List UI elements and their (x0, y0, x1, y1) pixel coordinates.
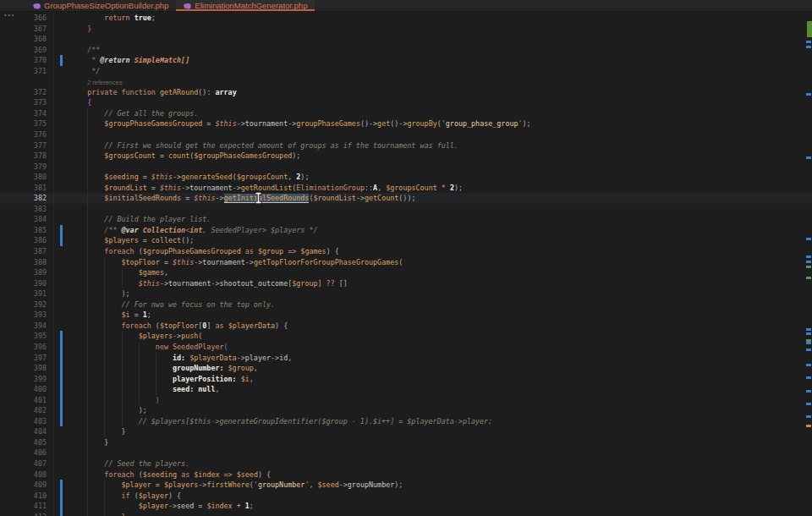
stripe-mark[interactable] (806, 266, 811, 268)
code-line[interactable]: 392 // For nwo we focus on the top only. (0, 299, 812, 310)
vcs-change-bar[interactable] (60, 416, 63, 427)
code-line[interactable]: 374 // Get all the groups. (0, 108, 812, 119)
code-line[interactable]: 384 // Build the player list. (0, 214, 812, 225)
code-line[interactable]: 381 $roundList = $this->tournament->getR… (0, 183, 812, 194)
vcs-change-bar[interactable] (60, 353, 63, 364)
code-line[interactable]: 405 } (0, 437, 812, 448)
code-line[interactable]: 367 } (0, 24, 812, 35)
code-line[interactable]: 375 $groupPhaseGamesGrouped = $this->tou… (0, 118, 812, 129)
code-line[interactable]: 371 */ (0, 66, 812, 77)
stripe-mark[interactable] (806, 238, 811, 240)
stripe-mark[interactable] (806, 328, 811, 331)
stripe-mark[interactable] (806, 364, 811, 366)
code-line[interactable]: 394 foreach ($topFloor[0] as $playerData… (0, 321, 812, 332)
code-token (70, 321, 122, 330)
code-line[interactable]: 369 /** (0, 45, 812, 56)
vcs-change-bar[interactable] (60, 235, 63, 246)
stripe-mark[interactable] (806, 415, 811, 418)
vcs-change-bar[interactable] (60, 405, 63, 416)
code-line[interactable]: 393 $i = 1; (0, 310, 812, 321)
code-token: ; (147, 310, 151, 319)
code-line[interactable]: 383 (0, 204, 812, 215)
code-line[interactable]: 391 ); (0, 288, 812, 299)
line-number: 402 (0, 405, 47, 416)
vcs-change-bar[interactable] (60, 501, 63, 512)
vcs-change-bar[interactable] (60, 331, 63, 342)
stripe-mark[interactable] (806, 46, 811, 48)
code-rows: 366 return true;367 }368369 /**370 * @re… (0, 13, 812, 516)
scroll-stripe[interactable] (804, 0, 812, 516)
code-line[interactable]: 404 } (0, 426, 812, 437)
tab-group-phase-size-option-builder[interactable]: GroupPhaseSizeOptionBuilder.php (25, 0, 176, 11)
code-line[interactable]: 409 $player = $players->firstWhere('grou… (0, 480, 812, 491)
stripe-mark[interactable] (806, 156, 811, 159)
editor[interactable]: 366 return true;367 }368369 /**370 * @re… (0, 12, 812, 516)
code-line[interactable]: 388 $topFloor = $this->tournament->getTo… (0, 257, 812, 268)
stripe-mark[interactable] (806, 425, 811, 427)
code-token: $this (215, 119, 236, 128)
code-text: groupNumber: $group, (70, 363, 258, 374)
code-line[interactable]: 385 /** @var Collection<int, SeededPlaye… (0, 225, 812, 236)
stripe-mark[interactable] (806, 332, 811, 335)
code-token: ( (130, 491, 139, 500)
code-token (70, 396, 156, 404)
stripe-mark[interactable] (806, 390, 811, 392)
code-line[interactable]: 376 (0, 129, 812, 140)
stripe-mark[interactable] (806, 342, 811, 344)
vcs-change-bar[interactable] (60, 395, 63, 406)
inlay-row[interactable]: 2 references (0, 76, 812, 87)
stripe-mark[interactable] (806, 93, 811, 96)
code-line[interactable]: 386 $players = collect(); (0, 235, 812, 246)
code-text: $this->tournament->shootout_outcome[$gro… (70, 278, 348, 289)
line-number: 406 (0, 447, 47, 458)
line-number: 396 (0, 342, 47, 353)
code-line[interactable]: 406 (0, 447, 812, 458)
stripe-mark[interactable] (806, 255, 811, 258)
stripe-mark[interactable] (806, 403, 811, 405)
code-line[interactable]: 411 $player->seed = $index + 1; (0, 501, 812, 512)
code-line[interactable]: 380 $seeding = $this->generateSeed($grou… (0, 172, 812, 183)
code-line[interactable]: 368 (0, 34, 812, 45)
code-line[interactable]: 412 } (0, 512, 812, 516)
vcs-change-bar[interactable] (60, 55, 63, 66)
code-line[interactable]: 382 $initialSeedRounds = $this->getIniti… (0, 193, 812, 204)
code-line[interactable]: 373 { (0, 97, 812, 108)
vcs-change-bar[interactable] (60, 374, 63, 385)
code-token: ); (454, 184, 463, 192)
stripe-mark[interactable] (806, 277, 811, 279)
vcs-change-bar[interactable] (60, 512, 63, 516)
code-token: ?? (326, 279, 335, 288)
code-line[interactable]: 377 // First we should get the expected … (0, 140, 812, 151)
line-number: 366 (0, 13, 47, 24)
code-token: -> (181, 184, 189, 192)
vcs-change-bar[interactable] (60, 491, 63, 502)
code-line[interactable]: 410 if ($player) { (0, 491, 812, 502)
code-line[interactable]: 366 return true; (0, 13, 812, 24)
analysis-status-block[interactable] (807, 21, 812, 37)
stripe-mark[interactable] (806, 261, 811, 263)
code-line[interactable]: 372 private function getARound(): array (0, 87, 812, 98)
vcs-change-bar[interactable] (60, 363, 63, 374)
stripe-mark[interactable] (806, 349, 811, 351)
code-token: $player (139, 491, 168, 500)
code-text: } (70, 437, 108, 448)
code-line[interactable]: 379 (0, 162, 812, 173)
code-token: ( (198, 332, 202, 340)
stripe-mark[interactable] (806, 376, 811, 379)
vcs-change-bar[interactable] (60, 384, 63, 395)
stripe-mark[interactable] (806, 41, 811, 43)
code-line[interactable]: 407 // Seed the players. (0, 458, 812, 469)
vcs-change-bar[interactable] (60, 342, 63, 353)
code-line[interactable]: 387 foreach ($groupPhaseGamesGrouped as … (0, 246, 812, 257)
tab-elimination-match-generator[interactable]: EliminationMatchGenerator.php (176, 0, 315, 11)
code-token: group_phase_group (446, 119, 518, 128)
line-number: 394 (0, 321, 47, 332)
code-line[interactable]: 408 foreach ($seeding as $index => $seed… (0, 469, 812, 480)
vcs-change-bar[interactable] (60, 480, 63, 491)
line-number: 399 (0, 374, 47, 385)
code-token: } (122, 513, 126, 516)
vcs-change-bar[interactable] (60, 225, 63, 236)
code-line[interactable]: 370 * @return SimpleMatch[] (0, 55, 812, 66)
code-line[interactable]: 378 $groupsCount = count($groupPhaseGame… (0, 151, 812, 162)
ctrl-hover-link[interactable]: getInitialSeedRounds (224, 194, 310, 203)
